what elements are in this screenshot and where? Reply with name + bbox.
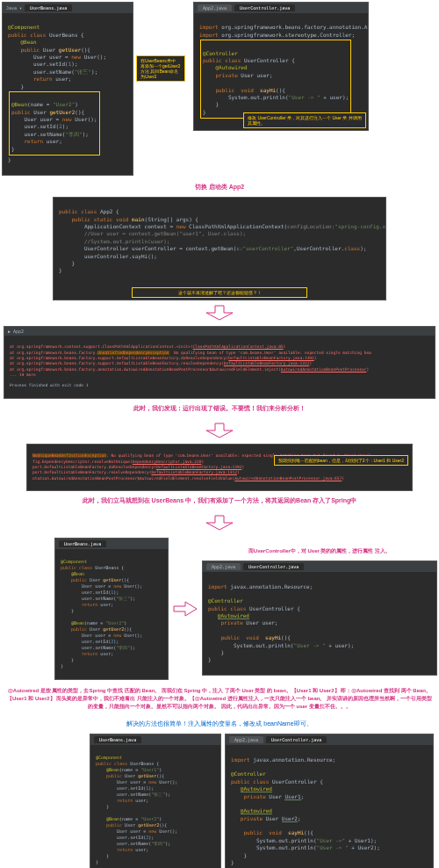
run-icon[interactable]: ▶ — [8, 329, 11, 334]
file-tab[interactable]: UserBeans.java — [59, 540, 106, 547]
ide-panel-userbeans: UserBeans.java @Component public class U… — [54, 538, 169, 680]
ide-header: App2.java UserController.java — [194, 3, 368, 13]
dropdown-icon[interactable]: Java ▾ — [6, 5, 22, 11]
caption: 此时，我们立马就想到在 UserBeans 中，我们有添加了一个方法，将其返回的… — [0, 491, 439, 510]
ide-header: App2.java UserController.java — [203, 561, 436, 572]
code-editor[interactable]: @Component public class UserBeans { @Bea… — [55, 549, 168, 679]
flow-arrow-down — [0, 510, 439, 536]
ide-header: UserBeans.java — [55, 539, 168, 549]
annotation-note: 修改 UserController 类，对其进行注入一个 User 类 并调用其… — [243, 112, 366, 128]
error-output[interactable]: at org.springframework.context.support.C… — [4, 336, 435, 398]
code-editor[interactable]: @Component public class UserBeans { @Bea… — [3, 13, 133, 175]
ide-panel-controller: App2.java UserController.java import jav… — [225, 734, 434, 868]
ide-header: UserBeans.java — [90, 734, 220, 745]
error-trace[interactable]: NoUniqueBeanDefinitionException: No qual… — [27, 445, 412, 490]
ide-panel-userbeans: UserBeans.java @Component public class U… — [90, 734, 221, 868]
ide-header: App2.java UserController.java — [226, 734, 433, 745]
annotation-note: 在UserBeans类中 再添加一个getUser2方法 其回Bean命名为Us… — [136, 55, 185, 82]
flow-arrow-down — [0, 300, 439, 326]
flow-arrow-right — [172, 600, 198, 618]
console-header: ▶ App2 — [4, 327, 435, 336]
file-tab[interactable]: UserController.java — [234, 4, 295, 11]
caption: 切换 启动类 App2 — [0, 177, 439, 197]
ide-panel-controller: App2.java UserController.java import jav… — [202, 561, 437, 676]
code-editor[interactable]: @Component public class UserBeans { @Bea… — [90, 745, 220, 868]
error-console: ▶ App2 at org.springframework.context.su… — [4, 326, 435, 399]
ide-header: Java ▾ UserBeans.java — [3, 3, 133, 13]
console-tab[interactable]: App2 — [13, 329, 24, 334]
ide-panel-app2: public class App2 { public static void m… — [53, 197, 386, 300]
annotation-note: 预期找到唯一匹配的bean，但是，却找到了2个：User1 和 User2 — [274, 455, 408, 466]
annotation-note: 这个就不再清述解了吧？还这都能疑惑？！ — [132, 287, 307, 298]
code-editor[interactable]: import javax.annotation.Resource; @Contr… — [226, 745, 433, 868]
code-editor[interactable]: public class App2 { public static void m… — [54, 198, 385, 286]
file-tab[interactable]: App2.java — [206, 563, 241, 570]
file-tab[interactable]: UserBeans.java — [94, 736, 141, 743]
error-detail: NoUniqueBeanDefinitionException: No qual… — [26, 444, 413, 491]
highlighted-code: @Controller public class UserController … — [200, 40, 351, 119]
ide-panel-controller: App2.java UserController.java import org… — [193, 2, 369, 131]
caption: 解决的方法也很简单！注入属性的变量名，修改成 beanName即可。 — [0, 716, 439, 732]
highlighted-code: @Bean(name = "User2") public User getUse… — [9, 91, 100, 156]
code-editor[interactable]: import javax.annotation.Resource; @Contr… — [203, 572, 436, 675]
file-tab[interactable]: UserBeans.java — [25, 4, 72, 11]
caption: @Autowired 是按 属性的类型，去Spring 中查找 匹配的 Bean… — [0, 682, 439, 716]
caption: 此时，我们发现：运行出现了错误。不要慌！我们来分析分析！ — [0, 399, 439, 418]
file-tab[interactable]: App2.java — [229, 736, 263, 743]
file-tab[interactable]: UserController.java — [243, 563, 304, 570]
flow-arrow-down — [0, 418, 439, 444]
ide-panel-userbeans: Java ▾ UserBeans.java @Component public … — [2, 2, 133, 176]
file-tab[interactable]: UserController.java — [266, 736, 327, 743]
file-tab[interactable]: App2.java — [198, 4, 232, 11]
caption: 而UserController中，对 User 类的的属性，进行属性 注入。 — [202, 542, 437, 561]
